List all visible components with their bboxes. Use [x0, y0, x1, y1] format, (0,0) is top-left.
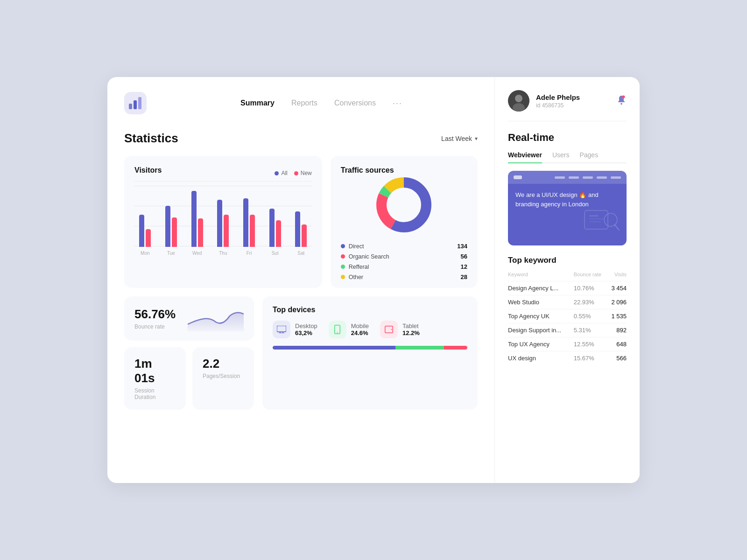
- tab-webviewer[interactable]: Webviewer: [508, 151, 542, 163]
- progress-green: [395, 346, 444, 350]
- donut-wrapper: [341, 175, 467, 235]
- keyword-cell: UX design: [508, 351, 574, 365]
- col-visits: Visits: [608, 272, 627, 281]
- mobile-icon-wrap: [329, 321, 346, 338]
- charts-row: Visitors All New: [124, 156, 478, 288]
- bottom-row: 56.76% Bounce rate: [124, 296, 478, 410]
- period-selector[interactable]: Last Week ▾: [441, 135, 478, 142]
- all-dot: [275, 171, 279, 175]
- source-left: Organic Search: [341, 253, 389, 260]
- traffic-title: Traffic sources: [341, 166, 394, 174]
- source-left: Refferal: [341, 264, 369, 270]
- source-label: Direct: [349, 243, 364, 250]
- devices-row: Desktop 63,2% Mobile: [273, 321, 467, 338]
- keyword-tbody: Design Agency L... 10.76% 3 454 Web Stud…: [508, 281, 627, 365]
- devices-card: Top devices Desktop: [262, 296, 478, 410]
- pages-value: 2.2: [203, 357, 244, 371]
- bar-label-sat: Sat: [297, 251, 304, 256]
- progress-red: [444, 346, 467, 350]
- bar-new-mon: [146, 229, 151, 247]
- device-tablet: Tablet 12.2%: [380, 321, 420, 338]
- tab-users[interactable]: Users: [552, 151, 570, 163]
- statistics-title: Statistics: [124, 131, 178, 146]
- bar-new-sat: [302, 224, 307, 247]
- source-left: Direct: [341, 243, 364, 250]
- devices-title: Top devices: [273, 306, 315, 314]
- bar-group-thu: Thu: [212, 186, 234, 256]
- bell-icon[interactable]: [616, 95, 627, 107]
- preview-logo: [514, 175, 522, 179]
- table-row: UX design 15.67% 566: [508, 351, 627, 365]
- tablet-pct: 12.2%: [402, 329, 420, 336]
- bounce-cell: 22.93%: [574, 295, 608, 309]
- bar-label-tue: Tue: [167, 251, 175, 256]
- tablet-name: Tablet: [402, 322, 420, 329]
- source-left: Other: [341, 274, 363, 280]
- svg-rect-1: [134, 100, 137, 109]
- bar-all-thu: [217, 200, 222, 247]
- source-count: 134: [457, 243, 467, 250]
- table-row: Design Agency L... 10.76% 3 454: [508, 281, 627, 295]
- svg-point-13: [337, 332, 338, 333]
- donut-chart: [374, 175, 434, 235]
- desktop-name: Desktop: [295, 322, 317, 329]
- visits-cell: 1 535: [608, 309, 627, 323]
- col-bounce: Bounce rate: [574, 272, 608, 281]
- progress-blue: [273, 346, 395, 350]
- mobile-icon: [334, 325, 340, 334]
- chart-legend: All New: [275, 170, 311, 176]
- nav-summary[interactable]: Summary: [240, 99, 275, 107]
- bounce-cell: 10.76%: [574, 281, 608, 295]
- bar-chart: MonTueWedThuFriSutSat: [134, 181, 312, 256]
- nav-more[interactable]: ···: [393, 98, 402, 108]
- right-panel: Adele Phelps id 4586735 Real-time Webvie…: [495, 77, 640, 483]
- traffic-sources-list: Direct 134 Organic Search 56 Refferal 12…: [341, 243, 467, 280]
- source-dot: [341, 254, 345, 259]
- logo: [124, 92, 147, 114]
- desktop-pct: 63,2%: [295, 329, 317, 336]
- tab-pages[interactable]: Pages: [579, 151, 598, 163]
- keyword-cell: Design Agency L...: [508, 281, 574, 295]
- avatar-image: [508, 90, 529, 112]
- svg-point-19: [620, 103, 622, 105]
- user-id: id 4586735: [536, 102, 610, 109]
- table-row: Web Studio 22.93% 2 096: [508, 295, 627, 309]
- bounce-cell: 15.67%: [574, 351, 608, 365]
- table-row: Top Agency UK 0.55% 1 535: [508, 309, 627, 323]
- nav-conversions[interactable]: Conversions: [334, 99, 376, 107]
- bar-new-sut: [276, 220, 281, 247]
- nav-reports[interactable]: Reports: [291, 99, 317, 107]
- device-mobile: Mobile 24.6%: [329, 321, 369, 338]
- svg-rect-26: [589, 221, 601, 222]
- mobile-pct: 24.6%: [351, 329, 369, 336]
- table-row: Design Support in... 5.31% 892: [508, 323, 627, 337]
- header: Summary Reports Conversions ···: [124, 92, 478, 114]
- main-dashboard: Summary Reports Conversions ··· Statisti…: [107, 77, 640, 483]
- svg-point-15: [391, 329, 392, 330]
- keyword-title: Top keyword: [508, 256, 627, 265]
- session-value: 1m 01s: [134, 357, 176, 385]
- visits-cell: 3 454: [608, 281, 627, 295]
- source-count: 56: [461, 253, 467, 260]
- source-count: 28: [461, 273, 467, 280]
- source-row: Other 28: [341, 273, 467, 280]
- desktop-icon: [277, 326, 286, 333]
- tablet-icon: [385, 326, 393, 333]
- bounce-cell: 0.55%: [574, 309, 608, 323]
- device-desktop: Desktop 63,2%: [273, 321, 317, 338]
- svg-point-22: [604, 213, 617, 226]
- bar-new-wed: [198, 218, 203, 247]
- visits-cell: 566: [608, 351, 627, 365]
- visitors-card: Visitors All New: [124, 156, 322, 288]
- svg-line-23: [614, 224, 619, 230]
- realtime-title: Real-time: [508, 132, 627, 144]
- bounce-rate-info: 56.76% Bounce rate: [134, 307, 176, 330]
- navigation: Summary Reports Conversions ···: [165, 98, 478, 108]
- keyword-cell: Top UX Agency: [508, 337, 574, 351]
- device-progress-bar: [273, 346, 467, 350]
- tablet-info: Tablet 12.2%: [402, 322, 420, 336]
- left-panel: Summary Reports Conversions ··· Statisti…: [107, 77, 495, 483]
- source-row: Direct 134: [341, 243, 467, 250]
- source-label: Other: [349, 274, 363, 280]
- pages-card: 2.2 Pages/Session: [192, 347, 254, 410]
